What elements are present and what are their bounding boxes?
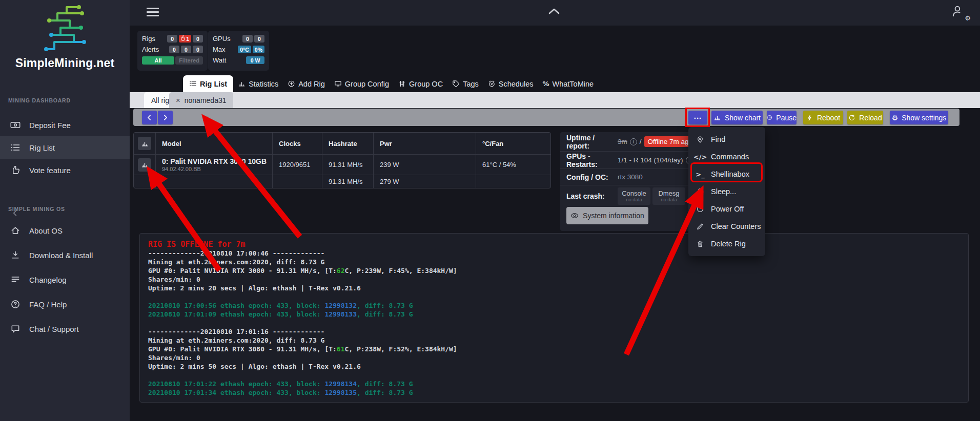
code-icon: </> [696,153,705,161]
pause-button[interactable]: Pause [767,111,797,124]
reboot-button[interactable]: Reboot [803,111,843,124]
console-log-button[interactable]: Console no data [618,187,650,205]
brush-icon [696,222,704,230]
menu-item-commands[interactable]: </> Commands [688,148,765,165]
gpu-hashrate: 91.31 MH/s [322,155,373,175]
chevron-left-icon [146,114,153,121]
chart-icon-button[interactable] [138,137,151,150]
console-line: GPU #0: Palit NVIDIA RTX 3080 - 91.31 MH… [148,345,960,353]
show-chart-button[interactable]: Show chart [711,111,763,124]
sidebar: SimpleMining.net MINING DASHBOARD Deposi… [0,0,130,421]
app-window: ⚙ SimpleMining.net MINING DASHBOARD Depo… [0,0,980,421]
gpus-badge: 0 [254,35,264,43]
console-line: -------------20210810 17:00:46 ---------… [148,249,960,258]
tab-schedules[interactable]: Schedules [483,75,538,92]
flash-icon [806,114,813,121]
tab-statistics[interactable]: Statistics [233,75,283,92]
dmesg-button[interactable]: Dmesg no data [652,187,685,205]
system-information-button[interactable]: System information [566,207,648,224]
tab-rig-list[interactable]: Rig List [183,75,233,92]
reload-button[interactable]: Reload [847,111,883,124]
pin-icon [696,135,704,143]
sidebar-item-chat-support[interactable]: Chat / Support [0,318,130,340]
tab-group-config[interactable]: Group Config [330,75,394,92]
close-icon[interactable]: × [176,96,180,104]
rigs-stats-card: Rigs 0 1 0 Alerts 0 0 0 All Filtered [137,31,208,71]
gpu-table-header: Model Clocks Hashrate Pwr °C/Fan [134,133,550,154]
gpu-bios: 94.02.42.00.BB [162,166,272,172]
max-fan-badge: 0% [253,46,264,53]
download-icon [10,250,21,260]
console-line: Uptime: 2 mins 50 secs | Algo: ethash | … [148,362,960,371]
chart-icon [713,114,721,121]
chart-icon-button[interactable] [138,158,151,172]
gpu-table: Model Clocks Hashrate Pwr °C/Fan 0: Pali… [133,132,551,188]
console-line [148,292,960,301]
gpus-restarts-value: 1/1 - R 104 (104/day) [618,156,683,164]
chevron-left-icon[interactable] [11,209,19,217]
sidebar-item-about-os[interactable]: About OS [0,219,130,242]
menu-item-delete-rig[interactable]: Delete Rig [688,235,765,252]
chat-icon [10,324,21,334]
thumbs-up-icon [10,165,21,175]
miner-console: RIG IS OFFLINE for 7m-------------202108… [139,233,969,403]
gpus-badge: 0 [242,35,253,43]
banknote-icon [10,120,21,130]
home-icon [10,225,21,236]
collapse-up-icon[interactable] [548,8,560,14]
more-actions-button[interactable]: ... [688,111,707,124]
pause-icon [767,114,772,121]
chart-icon [238,80,246,88]
eye-icon [570,212,579,220]
info-icon[interactable]: i [630,138,637,145]
trash-icon [696,240,704,248]
power-icon [696,205,704,213]
gpu-temp-fan: 61°C / 54% [476,155,550,175]
console-line: RIG IS OFFLINE for 7m [148,240,960,249]
watt-label: Watt [213,56,226,64]
sidebar-item-download-install[interactable]: Download & Install [0,244,130,266]
rig-tabs-row: All rigs × nonameda31 [130,92,980,108]
next-rig-button[interactable] [158,111,173,124]
col-hashrate: Hashrate [322,133,373,154]
console-line: 20210810 17:01:34 ethash epoch: 433, blo… [148,388,960,397]
console-line [148,319,960,327]
tag-icon [452,80,460,88]
percent-icon: % [542,80,549,88]
tab-tags[interactable]: Tags [447,75,483,92]
subtab-nonameda31[interactable]: × nonameda31 [169,92,233,108]
filter-all-button[interactable]: All [142,56,174,65]
reload-icon [848,114,855,121]
console-line: Shares/min: 0 [148,353,960,362]
menu-item-clear-counters[interactable]: Clear Counters [688,218,765,235]
max-label: Max [213,46,226,53]
sidebar-item-faq-help[interactable]: FAQ / Help [0,293,130,315]
sidebar-item-changelog[interactable]: Changelog [0,268,130,291]
prev-rig-button[interactable] [142,111,157,124]
user-settings-icon[interactable]: ⚙ [951,5,970,22]
menu-item-sleep[interactable]: Sleep... [688,183,765,200]
menu-item-shellinabox[interactable]: >_ Shellinabox [688,165,765,183]
gpu-row: 0: Palit NVIDIA RTX 3080 10GB 94.02.42.0… [134,154,550,175]
rig-context-menu: Find </> Commands >_ Shellinabox Sleep..… [688,127,765,256]
menu-item-find[interactable]: Find [688,131,765,148]
console-line: Mining at eth.2miners.com:2020, diff: 8.… [148,258,960,266]
tab-add-rig[interactable]: Add Rig [283,75,330,92]
config-value: rtx 3080 [618,173,643,181]
sidebar-item-rig-list[interactable]: Rig List [0,136,130,159]
tab-whattomine[interactable]: % WhatToMine [538,75,598,92]
alarm-icon [488,80,496,88]
tab-group-oc[interactable]: Group OC [394,75,447,92]
console-line: GPU #0: Palit NVIDIA RTX 3080 - 91.31 MH… [148,266,960,275]
menu-icon[interactable] [147,8,159,17]
menu-item-power-off[interactable]: Power Off [688,200,765,218]
changelog-icon [10,275,21,285]
max-temp-badge: 0°C [238,46,251,53]
show-settings-button[interactable]: ⚙ Show settings [890,111,948,124]
brand-title: SimpleMining.net [0,56,130,70]
console-line: 20210810 17:01:09 ethash epoch: 433, blo… [148,310,960,319]
simplemining-logo [34,3,95,55]
sidebar-item-vote-feature[interactable]: Vote feature [0,159,130,181]
sidebar-item-deposit-fee[interactable]: Deposit Fee [0,114,130,136]
filter-filtered-button[interactable]: Filtered [175,56,203,65]
